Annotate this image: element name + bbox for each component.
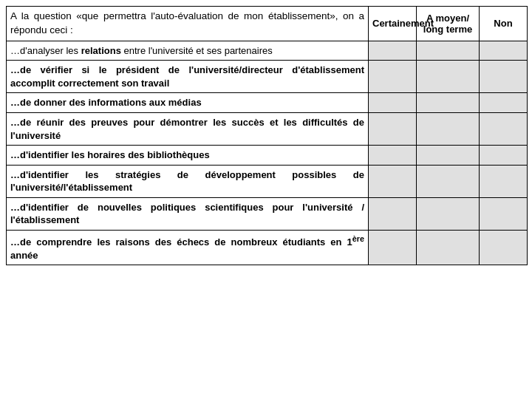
check-cell xyxy=(417,197,480,230)
question-header-cell: A la question «que permettra l'auto-éval… xyxy=(7,7,369,41)
col-header-non: Non xyxy=(480,7,528,41)
check-cell xyxy=(480,41,528,61)
check-cell xyxy=(480,230,528,265)
item-cell-6: …d'identifier les stratégies de développ… xyxy=(7,165,369,197)
question-text: A la question «que permettra l'auto-éval… xyxy=(10,10,364,38)
check-cell xyxy=(369,61,417,93)
item-cell-1: …d'analyser les relations entre l'univer… xyxy=(7,41,369,61)
survey-table: A la question «que permettra l'auto-éval… xyxy=(6,6,528,265)
table-row: …de réunir des preuves pour démontrer le… xyxy=(7,112,528,145)
table-row: …de vérifier si le président de l'univer… xyxy=(7,61,528,93)
table-row: …de donner des informations aux médias xyxy=(7,93,528,113)
check-cell xyxy=(369,197,417,230)
check-cell xyxy=(417,93,480,113)
check-cell xyxy=(417,165,480,197)
table-row: …d'analyser les relations entre l'univer… xyxy=(7,41,528,61)
item-cell-2: …de vérifier si le président de l'univer… xyxy=(7,61,369,93)
check-cell xyxy=(480,112,528,145)
check-cell xyxy=(417,112,480,145)
check-cell xyxy=(417,146,480,166)
bold-text: …de réunir des preuves pour démontrer le… xyxy=(10,117,364,141)
item-cell-3: …de donner des informations aux médias xyxy=(7,93,369,113)
check-cell xyxy=(480,197,528,230)
bold-text: relations xyxy=(81,45,121,56)
check-cell xyxy=(417,41,480,61)
bold-text: …d'identifier les horaires des bibliothè… xyxy=(10,149,210,160)
check-cell xyxy=(480,165,528,197)
item-cell-7: …d'identifier de nouvelles politiques sc… xyxy=(7,197,369,230)
bold-text: …d'identifier de nouvelles politiques sc… xyxy=(10,202,364,226)
check-cell xyxy=(369,165,417,197)
table-row: …d'identifier les stratégies de développ… xyxy=(7,165,528,197)
check-cell xyxy=(369,146,417,166)
item-cell-5: …d'identifier les horaires des bibliothè… xyxy=(7,146,369,166)
superscript: ère xyxy=(352,234,364,243)
bold-text: …de vérifier si le président de l'univer… xyxy=(10,64,364,89)
check-cell xyxy=(369,230,417,265)
bold-text: …de donner des informations aux médias xyxy=(10,97,202,108)
check-cell xyxy=(369,41,417,61)
check-cell xyxy=(417,61,480,93)
table-row: …d'identifier les horaires des bibliothè… xyxy=(7,146,528,166)
item-cell-8: …de comprendre les raisons des échecs de… xyxy=(7,230,369,265)
check-cell xyxy=(480,93,528,113)
table-row: …de comprendre les raisons des échecs de… xyxy=(7,230,528,265)
bold-text: …d'identifier les stratégies de développ… xyxy=(10,169,364,194)
table-row: …d'identifier de nouvelles politiques sc… xyxy=(7,197,528,230)
col-header-certainement: Certainement xyxy=(369,7,417,41)
bold-text: …de comprendre les raisons des échecs de… xyxy=(10,236,364,261)
table-header: A la question «que permettra l'auto-éval… xyxy=(7,7,528,41)
check-cell xyxy=(480,146,528,166)
check-cell xyxy=(369,93,417,113)
item-cell-4: …de réunir des preuves pour démontrer le… xyxy=(7,112,369,145)
main-container: A la question «que permettra l'auto-éval… xyxy=(0,0,532,271)
check-cell xyxy=(480,61,528,93)
check-cell xyxy=(369,112,417,145)
col-header-moyen: A moyen/ long terme xyxy=(417,7,480,41)
check-cell xyxy=(417,230,480,265)
